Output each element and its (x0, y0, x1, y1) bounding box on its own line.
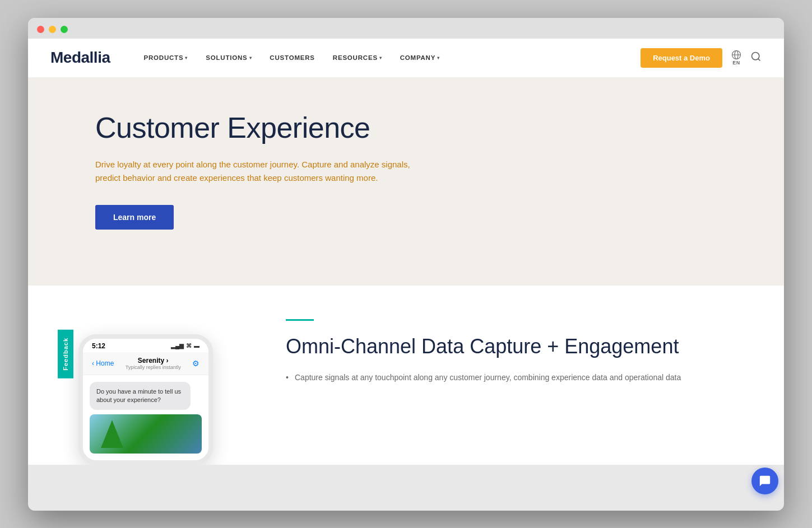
nav-actions: Request a Demo EN (641, 48, 762, 68)
white-section: 5:12 ▂▄▆ ⌘ ▬ ‹ Home Serenity › Typi (28, 286, 784, 465)
phone-contact-name: Serenity › (114, 357, 192, 365)
phone-header: ‹ Home Serenity › Typically replies inst… (83, 352, 208, 375)
maximize-button[interactable] (61, 26, 68, 33)
phone-contact-subtitle: Typically replies instantly (114, 365, 192, 370)
search-icon (750, 51, 762, 62)
nav-item-company[interactable]: COMPANY ▾ (400, 54, 440, 61)
browser-chrome (28, 18, 784, 39)
hero-subtitle: Drive loyalty at every point along the c… (95, 158, 420, 185)
section-title: Omni-Channel Data Capture + Engagement (286, 334, 739, 358)
hero-section: Customer Experience Drive loyalty at eve… (28, 78, 784, 286)
request-demo-button[interactable]: Request a Demo (641, 48, 722, 68)
accent-line (286, 319, 314, 321)
phone-mockup: 5:12 ▂▄▆ ⌘ ▬ ‹ Home Serenity › Typi (78, 334, 213, 465)
nav-links: PRODUCTS ▾ SOLUTIONS ▾ CUSTOMERS RESOURC… (143, 54, 641, 61)
phone-settings-icon[interactable]: ⚙ (192, 359, 199, 368)
right-content: Omni-Channel Data Capture + Engagement C… (263, 286, 784, 465)
nav-item-customers[interactable]: CUSTOMERS (270, 54, 314, 61)
language-selector[interactable]: EN (731, 50, 741, 66)
language-label: EN (732, 60, 740, 66)
signal-icon: ▂▄▆ (171, 343, 184, 349)
navbar: Medallia PRODUCTS ▾ SOLUTIONS ▾ CUSTOMER… (28, 39, 784, 78)
phone-body: Do you have a minute to tell us about yo… (83, 375, 208, 461)
phone-signal-icons: ▂▄▆ ⌘ ▬ (171, 343, 199, 349)
chevron-down-icon: ▾ (185, 55, 188, 60)
nav-item-resources[interactable]: RESOURCES ▾ (333, 54, 382, 61)
phone-back-button[interactable]: ‹ Home (92, 359, 114, 367)
wifi-icon: ⌘ (186, 343, 192, 349)
minimize-button[interactable] (49, 26, 56, 33)
svg-point-3 (752, 53, 759, 60)
battery-icon: ▬ (194, 343, 199, 349)
feedback-tab[interactable]: Feedback (58, 330, 73, 379)
bullet-item: Capture signals at any touchpoint along … (286, 372, 739, 384)
phone-time: 5:12 (92, 342, 105, 350)
browser-content: Feedback Medallia PRODUCTS ▾ SOLUTIONS ▾… (28, 39, 784, 465)
hero-title: Customer Experience (95, 111, 762, 145)
phone-status-bar: 5:12 ▂▄▆ ⌘ ▬ (83, 339, 208, 352)
learn-more-button[interactable]: Learn more (95, 205, 174, 230)
globe-icon (731, 50, 741, 60)
section-bullets: Capture signals at any touchpoint along … (286, 372, 739, 384)
logo[interactable]: Medallia (50, 49, 110, 67)
chevron-down-icon: ▾ (249, 55, 252, 60)
chevron-down-icon: ▾ (437, 55, 440, 60)
close-button[interactable] (37, 26, 44, 33)
phone-contact-info: Serenity › Typically replies instantly (114, 357, 192, 370)
nav-item-solutions[interactable]: SOLUTIONS ▾ (206, 54, 252, 61)
chat-bubble: Do you have a minute to tell us about yo… (90, 382, 191, 410)
chevron-down-icon: ▾ (379, 55, 382, 60)
nav-item-products[interactable]: PRODUCTS ▾ (143, 54, 188, 61)
search-button[interactable] (750, 51, 762, 64)
phone-image-preview (90, 414, 202, 454)
